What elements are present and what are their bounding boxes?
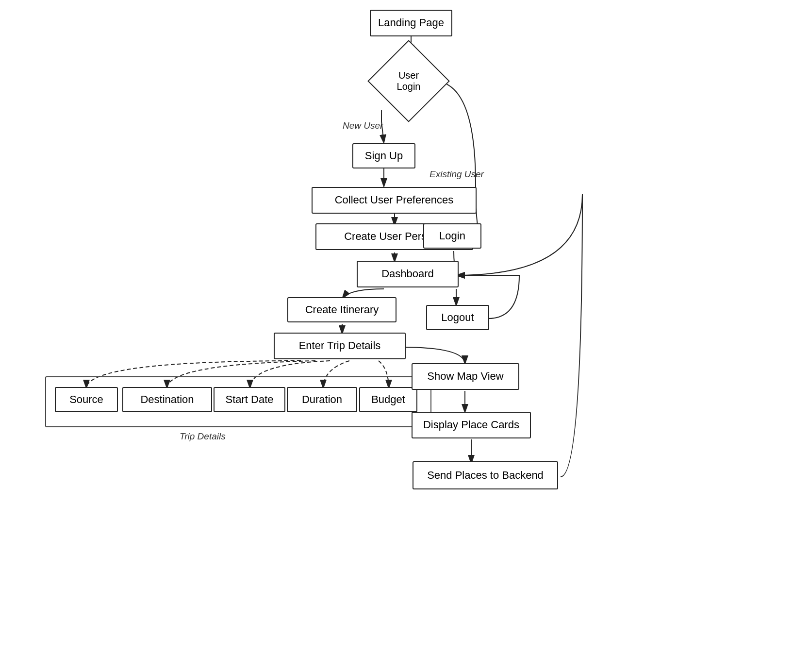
existing-user-label: Existing User [430, 169, 484, 180]
destination-label: Destination [140, 393, 194, 407]
budget-label: Budget [371, 393, 405, 407]
destination-node: Destination [122, 387, 212, 412]
display-cards-node: Display Place Cards [412, 412, 531, 438]
login-label: Login [439, 229, 465, 243]
user-login-label: UserLogin [397, 70, 421, 92]
create-itinerary-label: Create Itinerary [305, 303, 379, 317]
user-login-diamond: UserLogin [380, 52, 438, 110]
send-backend-label: Send Places to Backend [427, 469, 544, 483]
collect-prefs-label: Collect User Preferences [335, 193, 454, 207]
login-node: Login [423, 223, 481, 249]
landing-page-node: Landing Page [370, 10, 452, 36]
enter-trip-label: Enter Trip Details [299, 339, 381, 353]
logout-label: Logout [441, 311, 474, 325]
new-user-label: New User [343, 120, 383, 131]
sign-up-label: Sign Up [365, 149, 403, 163]
budget-node: Budget [359, 387, 417, 412]
collect-prefs-node: Collect User Preferences [312, 187, 477, 214]
duration-label: Duration [302, 393, 342, 407]
landing-page-label: Landing Page [378, 16, 444, 30]
dashboard-node: Dashboard [357, 261, 459, 287]
dashboard-label: Dashboard [381, 267, 434, 281]
flowchart-diagram: Landing Page UserLogin Sign Up Collect U… [0, 0, 793, 672]
trip-details-label: Trip Details [180, 431, 226, 442]
source-label: Source [69, 393, 103, 407]
display-cards-label: Display Place Cards [423, 418, 519, 432]
source-node: Source [55, 387, 118, 412]
duration-node: Duration [287, 387, 357, 412]
start-date-label: Start Date [225, 393, 273, 407]
logout-node: Logout [426, 305, 489, 330]
enter-trip-node: Enter Trip Details [274, 333, 406, 359]
show-map-label: Show Map View [427, 370, 503, 384]
sign-up-node: Sign Up [352, 143, 415, 168]
start-date-node: Start Date [214, 387, 285, 412]
show-map-node: Show Map View [412, 363, 519, 390]
send-backend-node: Send Places to Backend [413, 461, 558, 489]
create-itinerary-node: Create Itinerary [287, 297, 396, 322]
